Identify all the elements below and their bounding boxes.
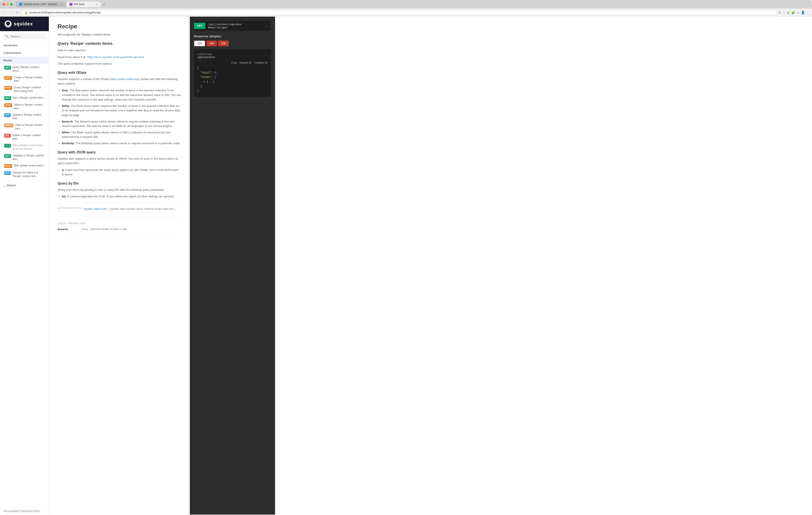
ids-text: Query your items by passing in one or ma… xyxy=(58,188,181,192)
bullet-q: q: A json text that represents the same … xyxy=(62,168,181,177)
endpoint-query-post-recipe[interactable]: POST Query 'Recipe' contents items using… xyxy=(0,84,49,94)
content-area: Recipe API endpoints for 'Recipe' conten… xyxy=(49,17,190,515)
tab-favicon-docs xyxy=(69,3,72,6)
method-put-badge: PUT xyxy=(4,113,11,117)
ids-bullets: ids: A comma-separated list of ids. If y… xyxy=(62,194,181,199)
endpoint-label: Upsert a 'Recipe' content item. xyxy=(14,103,46,110)
shared-label: __Shared xyxy=(3,184,16,187)
method-get-badge: GET xyxy=(4,66,11,70)
section-query-heading: Query 'Recipe' contents items. xyxy=(58,42,181,46)
status-tab-200[interactable]: 200 xyxy=(194,40,205,46)
method-post-badge: POST xyxy=(4,86,12,90)
browser-window: squidex-demo | API - Squidex ... ✕ API D… xyxy=(0,0,812,515)
sidebar-footer: Documentation Powered by ReDoc xyxy=(0,507,49,515)
read-more-text: Read more about it at: https://docs.squi… xyxy=(58,55,181,59)
method-tag: GET xyxy=(194,23,205,29)
endpoint-label: Change the status of a 'Recipe' content … xyxy=(12,171,46,178)
auth-row: AUTHORIZATIONS: squidex-oauth-auth ( squ… xyxy=(58,206,181,213)
page-title: Recipe xyxy=(58,23,181,30)
layout-icon[interactable]: ▭ xyxy=(796,11,800,14)
new-tab-button[interactable]: + xyxy=(101,3,107,7)
content-type-value: application/json xyxy=(198,56,267,59)
bullet-stop: $top: The $top query option requests the… xyxy=(62,88,181,102)
search-input[interactable] xyxy=(10,35,44,38)
endpoint-bulk-update[interactable]: POST Bulk update content items. xyxy=(0,162,49,169)
response-meta: Content type application/json xyxy=(198,53,267,59)
share-icon[interactable]: ⬆ xyxy=(778,11,781,14)
svg-point-2 xyxy=(8,23,9,24)
sidebar-item-authentication[interactable]: Authentication xyxy=(0,49,49,57)
forward-button[interactable]: → xyxy=(9,10,13,15)
status-tab-400[interactable]: 400 xyxy=(206,40,217,46)
collapse-all-button[interactable]: Collapse all xyxy=(254,61,267,64)
method-get-badge: GET xyxy=(4,96,11,100)
menu-icon[interactable]: ⋮ xyxy=(807,11,809,14)
sidebar-search: 🔍 xyxy=(0,31,49,42)
endpoint-label: Query 'Recipe' contents items. xyxy=(12,65,46,73)
browser-titlebar: squidex-demo | API - Squidex ... ✕ API D… xyxy=(0,0,812,8)
minimize-button[interactable] xyxy=(6,3,9,5)
response-code: { "total": 0, - "items": [ + { … } ] } xyxy=(198,66,267,94)
bookmark-icon[interactable]: ☆ xyxy=(783,11,785,14)
browser-tabs: squidex-demo | API - Squidex ... ✕ API D… xyxy=(16,1,809,7)
chevron-right-icon: › xyxy=(45,44,46,47)
main-content: Recipe API endpoints for 'Recipe' conten… xyxy=(49,17,812,515)
endpoint-label: Query 'Recipe' contents items using Post… xyxy=(14,86,46,93)
auth-link[interactable]: squidex-oauth-auth xyxy=(84,207,107,210)
tab-label-docs: API Docs xyxy=(74,3,84,6)
redoc-link[interactable]: Documentation Powered by ReDoc xyxy=(3,510,40,512)
method-put-badge: PUT xyxy=(4,171,11,175)
endpoint-create-recipe-post[interactable]: POST Create a 'Recipe' content item. xyxy=(0,74,49,84)
method-del-badge: DEL xyxy=(4,134,11,138)
tab-close-docs[interactable]: ✕ xyxy=(96,3,98,6)
json-heading: Query with JSON query xyxy=(58,151,181,154)
tab-squidex-demo[interactable]: squidex-demo | API - Squidex ... ✕ xyxy=(16,1,66,7)
endpoint-delete-recipe[interactable]: DEL Delete a 'Recipe' content item. xyxy=(0,132,49,142)
back-button[interactable]: ← xyxy=(3,10,7,15)
copy-button[interactable]: Copy xyxy=(231,61,237,64)
sidebar-logo: squidex xyxy=(0,17,49,31)
puzzle-icon[interactable]: 🧩 xyxy=(791,11,795,14)
bullet-orderby: $orderby: The $orderby query option allo… xyxy=(62,141,181,146)
sidebar-item-recipe[interactable]: Recipe ⌄ xyxy=(0,57,49,64)
sidebar-item-shared[interactable]: __Shared › xyxy=(0,182,49,189)
endpoint-label: Get a 'Recipe' content item by id and ve… xyxy=(12,143,46,151)
sidebar-item-introduction[interactable]: Introduction › xyxy=(0,42,49,49)
address-bar[interactable]: 🔒 localhost:5000/api/content/squidex-dem… xyxy=(21,10,777,15)
endpoint-get-recipe-item[interactable]: GET Get a 'Recipe' content item. xyxy=(0,94,49,102)
endpoint-validate-recipe[interactable]: GET Validates a 'Recipe' content item. xyxy=(0,152,49,163)
ids-heading: Query by IDs xyxy=(58,182,181,185)
reload-button[interactable]: ↻ xyxy=(16,10,20,15)
sidebar-item-recipe-label: Recipe xyxy=(3,59,12,62)
status-tab-500[interactable]: 500 xyxy=(218,40,229,46)
endpoint-selector[interactable]: GET /api/content/squidex-demo/recipe/ ⌄ xyxy=(194,21,271,31)
expand-all-button[interactable]: Expand all xyxy=(240,61,252,64)
profile-icon[interactable]: 👤 xyxy=(801,11,805,14)
endpoint-chevron-icon[interactable]: ⌄ xyxy=(263,22,271,29)
endpoint-patch-recipe[interactable]: PATCH Patch a 'Recipe' content item. xyxy=(0,122,49,132)
bullet-search: $search: The $search query option allows… xyxy=(62,119,181,129)
endpoint-query-recipe-get[interactable]: GET Query 'Recipe' contents items. xyxy=(0,64,49,74)
odata-link[interactable]: https://www.odata.org/ xyxy=(111,77,139,81)
maximize-button[interactable] xyxy=(10,3,13,5)
svg-point-1 xyxy=(7,23,8,24)
odata-bullets: $top: The $top query option requests the… xyxy=(62,88,181,146)
bullet-filter: $filter: The $filter query option allows… xyxy=(62,130,181,139)
squidex-logo-icon xyxy=(4,20,12,28)
endpoint-label: Validates a 'Recipe' content item. xyxy=(12,154,46,161)
endpoint-label: Get a 'Recipe' content item. xyxy=(12,96,44,100)
endpoint-get-recipe-version[interactable]: GET Get a 'Recipe' content item by id an… xyxy=(0,142,49,152)
endpoint-change-status[interactable]: PUT Change the status of a 'Recipe' cont… xyxy=(0,169,49,180)
close-button[interactable] xyxy=(3,3,5,5)
endpoint-update-recipe[interactable]: PUT Update a 'Recipe' content item. xyxy=(0,112,49,122)
extensions-icon[interactable]: ⊞ xyxy=(787,11,790,14)
tab-api-docs[interactable]: API Docs ✕ xyxy=(66,1,100,7)
tab-close-squidex[interactable]: ✕ xyxy=(61,3,63,6)
endpoint-upsert-recipe[interactable]: POST Upsert a 'Recipe' content item. xyxy=(0,102,49,112)
endpoint-label: Delete a 'Recipe' content item. xyxy=(12,134,46,141)
content-type-label: Content type xyxy=(198,53,267,56)
search-box[interactable]: 🔍 xyxy=(3,33,46,39)
param-search-row: $search string Optional number of items … xyxy=(58,226,181,233)
endpoint-label: Create a 'Recipe' content item. xyxy=(14,76,46,83)
docs-link[interactable]: https://docs.squidex.io/04-guides/02-api… xyxy=(87,55,144,59)
